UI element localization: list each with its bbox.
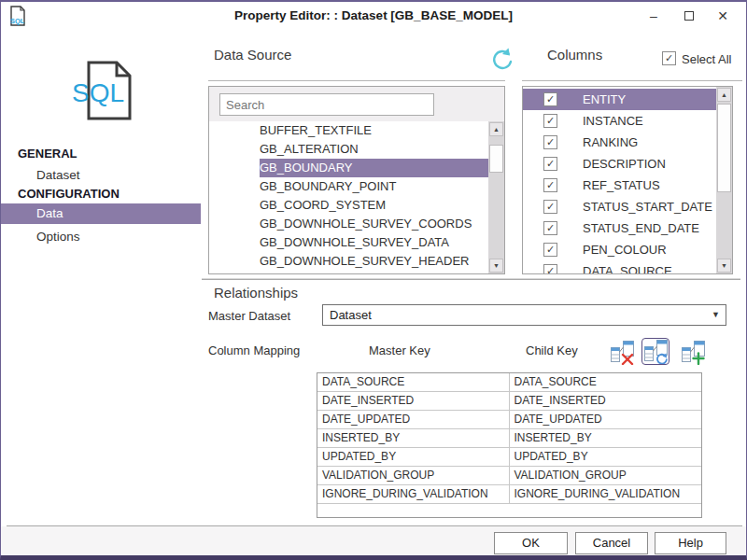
data-source-scrollbar[interactable]: ▲ ▼ bbox=[488, 121, 504, 273]
data-source-divider bbox=[208, 80, 505, 81]
master-key-cell[interactable]: VALIDATION_GROUP bbox=[317, 467, 510, 484]
column-item[interactable]: ✓ STATUS_START_DATE bbox=[523, 196, 716, 217]
child-key-cell[interactable]: DATA_SOURCE bbox=[510, 373, 702, 391]
columns-divider bbox=[522, 80, 742, 81]
close-button[interactable]: ✕ bbox=[707, 2, 739, 30]
scroll-thumb[interactable] bbox=[489, 145, 503, 173]
column-item[interactable]: ✓ DESCRIPTION bbox=[523, 153, 716, 175]
column-item[interactable]: ✓ STATUS_END_DATE bbox=[523, 217, 716, 239]
maximize-button[interactable] bbox=[673, 2, 705, 30]
scroll-down-icon[interactable]: ▼ bbox=[489, 259, 503, 273]
column-item[interactable]: ✓ INSTANCE bbox=[523, 110, 716, 132]
refresh-mapping-button[interactable] bbox=[641, 338, 669, 365]
relationships-title: Relationships bbox=[214, 285, 298, 301]
scroll-up-icon[interactable]: ▲ bbox=[717, 88, 731, 102]
sql-logo-text: SQL bbox=[72, 78, 124, 107]
data-source-title: Data Source bbox=[214, 47, 291, 63]
data-source-item[interactable]: GB_ALTERATION bbox=[209, 140, 488, 159]
data-source-item[interactable]: GB_BOUNDARY_POINT bbox=[209, 177, 488, 196]
column-checkbox[interactable]: ✓ bbox=[543, 92, 557, 106]
column-checkbox[interactable]: ✓ bbox=[543, 221, 557, 235]
child-key-cell[interactable]: DATE_UPDATED bbox=[510, 411, 702, 428]
column-checkbox[interactable]: ✓ bbox=[543, 264, 557, 273]
column-checkbox[interactable]: ✓ bbox=[543, 135, 557, 149]
data-source-list: BUFFER_TEXTFILE GB_ALTERATION GB_BOUNDAR… bbox=[209, 121, 488, 273]
master-dataset-label: Master Dataset bbox=[208, 309, 290, 323]
column-checkbox[interactable]: ✓ bbox=[543, 243, 557, 257]
data-source-item[interactable]: GB_DOWNHOLE_SURVEY_DATA bbox=[209, 233, 488, 252]
mapping-row[interactable]: DATE_UPDATED DATE_UPDATED bbox=[317, 411, 701, 429]
column-item[interactable]: ✓ REF_STATUS bbox=[523, 175, 716, 196]
data-source-item[interactable]: BUFFER_TEXTFILE bbox=[209, 121, 488, 140]
master-key-cell[interactable]: INSERTED_BY bbox=[317, 429, 510, 447]
footer: OK Cancel Help bbox=[1, 526, 746, 557]
column-checkbox[interactable]: ✓ bbox=[543, 178, 557, 192]
child-key-header: Child Key bbox=[526, 343, 578, 357]
maximize-icon bbox=[684, 11, 694, 21]
mapping-row[interactable]: VALIDATION_GROUP VALIDATION_GROUP bbox=[317, 467, 701, 485]
window-title: Property Editor: : Dataset [GB_BASE_MODE… bbox=[1, 8, 746, 22]
master-key-header: Master Key bbox=[369, 343, 430, 357]
title-bar[interactable]: SQL Property Editor: : Dataset [GB_BASE_… bbox=[1, 2, 746, 31]
column-item-selected[interactable]: ✓ ENTITY bbox=[523, 89, 716, 110]
data-source-item[interactable]: GB_DOWNHOLE_SURVEY_HEADER bbox=[209, 252, 488, 271]
add-mapping-button[interactable] bbox=[679, 339, 707, 366]
column-checkbox[interactable]: ✓ bbox=[543, 114, 557, 128]
refresh-icon[interactable] bbox=[488, 47, 514, 77]
sidebar-header-configuration: CONFIGURATION bbox=[18, 187, 120, 201]
child-key-cell[interactable]: UPDATED_BY bbox=[510, 448, 702, 466]
ok-button[interactable]: OK bbox=[494, 532, 568, 554]
master-key-cell[interactable]: IGNORE_DURING_VALIDATION bbox=[317, 485, 510, 503]
minimize-button[interactable]: – bbox=[638, 2, 669, 30]
child-key-cell[interactable]: VALIDATION_GROUP bbox=[510, 467, 702, 484]
columns-title: Columns bbox=[547, 47, 602, 63]
master-key-cell[interactable]: DATA_SOURCE bbox=[317, 373, 510, 391]
scroll-up-icon[interactable]: ▲ bbox=[489, 122, 503, 136]
column-mapping-label: Column Mapping bbox=[208, 343, 300, 357]
master-dataset-value: Dataset bbox=[330, 308, 372, 322]
column-item[interactable]: ✓ RANKING bbox=[523, 132, 716, 153]
column-checkbox[interactable]: ✓ bbox=[543, 157, 557, 171]
property-editor-dialog: SQL Property Editor: : Dataset [GB_BASE_… bbox=[0, 0, 747, 560]
mapping-row[interactable]: IGNORE_DURING_VALIDATION IGNORE_DURING_V… bbox=[317, 485, 701, 504]
columns-list: ✓ ENTITY ✓ INSTANCE ✓ RANKING ✓ DESCRIPT… bbox=[523, 89, 716, 273]
select-all-checkbox[interactable]: ✓ bbox=[662, 51, 676, 65]
scroll-thumb[interactable] bbox=[717, 104, 731, 192]
search-area bbox=[209, 87, 504, 121]
section-divider bbox=[202, 278, 740, 280]
cancel-button[interactable]: Cancel bbox=[575, 532, 648, 554]
data-source-panel: BUFFER_TEXTFILE GB_ALTERATION GB_BOUNDAR… bbox=[208, 86, 505, 274]
master-key-cell[interactable]: UPDATED_BY bbox=[317, 448, 510, 466]
scroll-down-icon[interactable]: ▼ bbox=[717, 259, 731, 273]
data-source-item-selected[interactable]: GB_BOUNDARY bbox=[209, 159, 488, 177]
delete-mapping-button[interactable] bbox=[608, 339, 636, 366]
child-key-cell[interactable]: IGNORE_DURING_VALIDATION bbox=[510, 485, 702, 503]
data-source-item[interactable]: GB_DOWNHOLE_SURVEY_COORDS bbox=[209, 215, 488, 233]
sidebar: SQL GENERAL Dataset CONFIGURATION Data O… bbox=[1, 31, 202, 525]
sql-logo-icon: SQL bbox=[68, 57, 138, 128]
master-key-cell[interactable]: DATE_INSERTED bbox=[317, 392, 510, 410]
column-item[interactable]: ✓ DATA_SOURCE bbox=[523, 260, 716, 273]
mapping-row[interactable]: UPDATED_BY UPDATED_BY bbox=[317, 448, 701, 467]
child-key-cell[interactable]: INSERTED_BY bbox=[510, 429, 702, 447]
data-source-item[interactable]: GB_COORD_SYSTEM bbox=[209, 196, 488, 215]
chevron-down-icon: ▼ bbox=[712, 310, 720, 319]
mapping-row[interactable]: DATE_INSERTED DATE_INSERTED bbox=[317, 392, 701, 411]
sidebar-header-general: GENERAL bbox=[18, 147, 78, 161]
sidebar-item-options[interactable]: Options bbox=[1, 227, 201, 247]
column-mapping-table: DATA_SOURCE DATA_SOURCE DATE_INSERTED DA… bbox=[317, 372, 702, 518]
search-input[interactable] bbox=[219, 93, 434, 116]
master-dataset-select[interactable]: Dataset ▼ bbox=[322, 304, 726, 326]
columns-scrollbar[interactable]: ▲ ▼ bbox=[716, 87, 732, 273]
help-button[interactable]: Help bbox=[655, 532, 726, 554]
mapping-row[interactable]: INSERTED_BY INSERTED_BY bbox=[317, 429, 701, 448]
column-checkbox[interactable]: ✓ bbox=[543, 200, 557, 214]
select-all-label: Select All bbox=[682, 52, 731, 66]
child-key-cell[interactable]: DATE_INSERTED bbox=[510, 392, 702, 410]
master-key-cell[interactable]: DATE_UPDATED bbox=[317, 411, 510, 428]
sidebar-item-data[interactable]: Data bbox=[1, 203, 201, 224]
column-item[interactable]: ✓ PEN_COLOUR bbox=[523, 239, 716, 260]
sidebar-item-dataset[interactable]: Dataset bbox=[1, 165, 201, 186]
columns-panel: ✓ ENTITY ✓ INSTANCE ✓ RANKING ✓ DESCRIPT… bbox=[522, 86, 733, 274]
mapping-row[interactable]: DATA_SOURCE DATA_SOURCE bbox=[317, 373, 701, 392]
